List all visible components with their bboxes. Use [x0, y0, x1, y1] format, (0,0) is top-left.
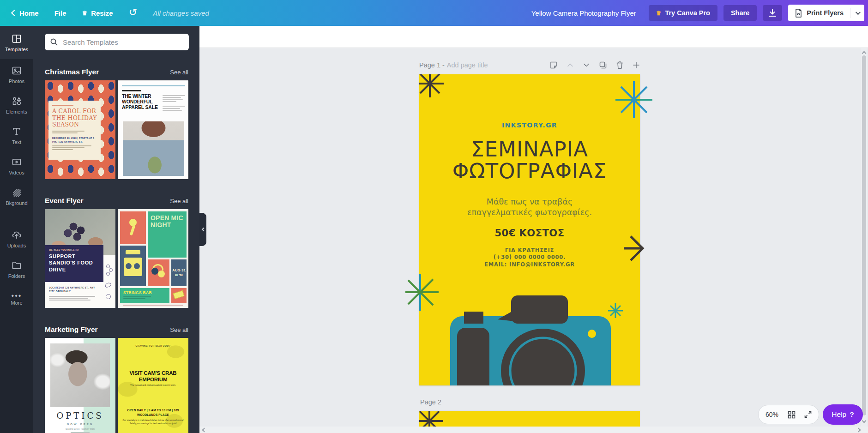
sidebar-item-text[interactable]: Text — [0, 120, 33, 150]
canva-editor: Home File ♛ Resize ↺ All changes saved Y… — [0, 0, 868, 433]
thumb-kicker: CRAVING FOR SEAFOOD? — [118, 344, 188, 347]
thumbnail-row: OPTICS NOW OPEN Second Level, Fashion Wa… — [45, 338, 188, 433]
thumbnail-row: WE NEED VOLUNTEERS! SUPPORT SANDIO'S FOO… — [45, 209, 188, 308]
thumb-title: A CAROL FOR THE HOLIDAY SEASON — [52, 108, 97, 128]
thumb-date: AUG 31 8PM — [171, 259, 187, 286]
panel-collapse-handle[interactable] — [199, 213, 206, 246]
sidebar-item-more[interactable]: ••• More — [0, 284, 33, 315]
scroll-up-arrow[interactable] — [862, 51, 867, 56]
tile-ticket — [171, 288, 187, 303]
sidebar-item-photos[interactable]: Photos — [0, 59, 33, 90]
move-page-up-icon[interactable] — [567, 61, 574, 69]
rail-label: Bkground — [6, 200, 27, 206]
thumb-photo — [123, 121, 184, 176]
folder-icon — [11, 260, 22, 271]
thumb-title: OPTICS — [45, 411, 115, 421]
text-icon — [11, 126, 22, 137]
sidebar-item-uploads[interactable]: Uploads — [0, 223, 33, 254]
rail-label: Uploads — [7, 243, 26, 248]
crown-icon: ♛ — [656, 10, 662, 16]
search-icon — [50, 38, 58, 46]
fullscreen-icon[interactable] — [804, 411, 812, 418]
notes-icon[interactable] — [549, 61, 558, 69]
camera-illustration — [450, 295, 611, 385]
thumb-photo — [50, 343, 110, 407]
section-title: Event Flyer — [45, 197, 84, 205]
sidebar-item-folders[interactable]: Folders — [0, 254, 33, 284]
thumb-fineprint: Our specialty is in crab-based dishes bu… — [122, 419, 184, 426]
horizontal-scrollbar[interactable] — [199, 427, 868, 433]
sidebar-item-videos[interactable]: Videos — [0, 150, 33, 181]
videos-icon — [11, 156, 22, 168]
move-page-down-icon[interactable] — [583, 61, 590, 69]
rail-label: Elements — [6, 109, 27, 114]
rail-label: Templates — [5, 47, 28, 52]
scroll-down-arrow[interactable] — [862, 419, 867, 423]
share-button[interactable]: Share — [723, 5, 757, 21]
thumb-title: SUPPORT SANDIO'S FOOD DRIVE — [49, 253, 99, 273]
sidebar-item-background[interactable]: Bkground — [0, 181, 33, 211]
scroll-left-arrow[interactable] — [202, 428, 207, 433]
undo-button[interactable]: ↺ — [129, 8, 137, 18]
see-all-link[interactable]: See all — [170, 69, 188, 76]
search-box[interactable] — [45, 34, 189, 50]
scroll-right-arrow[interactable] — [856, 428, 861, 433]
design-page-1[interactable]: INKSTORY.GR ΣΕΜΙΝΑΡΙΑ ΦΩΤΟΓΡΑΦΙΑΣ Μάθε π… — [419, 74, 640, 385]
thumb-title: VISIT CAM'S CRAB EMPORIUM — [125, 370, 181, 383]
file-menu[interactable]: File — [54, 9, 66, 17]
template-thumb-open-mic[interactable]: OPEN MIC NIGHT AUG 31 8PM STRINGS BAR — [118, 209, 188, 308]
resize-button[interactable]: ♛ Resize — [82, 9, 113, 17]
vertical-scrollbar[interactable] — [861, 48, 867, 433]
help-question-mark: ? — [850, 410, 854, 419]
background-icon — [11, 187, 22, 198]
template-thumb-crab[interactable]: CRAVING FOR SEAFOOD? VISIT CAM'S CRAB EM… — [118, 338, 188, 433]
help-label: Help — [832, 410, 846, 419]
duplicate-page-icon[interactable] — [599, 61, 607, 69]
section-header-christmas: Christmas Flyer See all — [45, 68, 188, 76]
share-label: Share — [731, 9, 749, 17]
try-canva-pro-button[interactable]: ♛ Try Canva Pro — [649, 5, 717, 21]
back-chevron-icon — [11, 10, 18, 16]
search-input[interactable] — [62, 38, 177, 47]
home-button[interactable]: Home — [12, 9, 39, 17]
add-page-icon[interactable] — [633, 61, 640, 69]
template-thumb-optics[interactable]: OPTICS NOW OPEN Second Level, Fashion Wa… — [45, 338, 115, 433]
thumb-subtitle: The newest and coolest seafood resto in … — [123, 384, 183, 386]
rail-label: Photos — [9, 78, 24, 84]
print-options-caret[interactable] — [850, 11, 864, 15]
see-all-link[interactable]: See all — [170, 198, 188, 204]
grid-view-icon[interactable] — [788, 411, 796, 419]
sidebar-item-elements[interactable]: Elements — [0, 90, 33, 120]
section-header-event: Event Flyer See all — [45, 197, 188, 205]
see-all-link[interactable]: See all — [170, 326, 188, 333]
more-dots-icon: ••• — [12, 294, 22, 298]
sidebar-item-templates[interactable]: Templates — [0, 26, 33, 59]
rail-label: More — [11, 300, 22, 306]
thumb-detail: Second Level, Fashion Walk — [45, 427, 115, 430]
flyer-subtitle: Μάθε πως να τραβάς επαγγελματικές φωτογρ… — [419, 197, 640, 218]
vertical-scrollbar-thumb[interactable] — [862, 55, 866, 415]
help-button[interactable]: Help ? — [823, 404, 863, 425]
thumb-address: LOCATED AT 123 ANYWHERE ST., ANY CITY. O… — [49, 286, 95, 293]
canvas-area[interactable]: Page 1 - Add page title — [199, 48, 868, 433]
download-button[interactable] — [763, 5, 782, 21]
rail-label: Text — [12, 139, 21, 145]
page-title-input[interactable]: Add page title — [447, 61, 488, 69]
thumb-kicker: WE NEED VOLUNTEERS! — [49, 249, 99, 251]
zoom-level[interactable]: 60% — [766, 411, 778, 418]
thumb-inner-card: A CAROL FOR THE HOLIDAY SEASON DECEMBER … — [48, 101, 101, 160]
tile-boombox — [120, 246, 146, 286]
photos-icon — [11, 65, 22, 76]
template-thumb-food-drive[interactable]: WE NEED VOLUNTEERS! SUPPORT SANDIO'S FOO… — [45, 209, 115, 308]
template-thumb-carol[interactable]: A CAROL FOR THE HOLIDAY SEASON DECEMBER … — [45, 80, 115, 179]
resize-label: Resize — [91, 9, 113, 17]
template-thumb-winter[interactable]: THE WINTER WONDERFUL APPAREL SALE — [118, 80, 188, 179]
starburst-icon — [608, 303, 623, 318]
thumb-hours: OPEN DAILY | 9 AM TO 10 PM | 165 WOODLAN… — [122, 408, 184, 417]
thumb-title: THE WINTER WONDERFUL APPAREL SALE — [122, 94, 160, 110]
print-flyers-button[interactable]: Print Flyers — [788, 5, 864, 21]
delete-page-icon[interactable] — [616, 61, 624, 69]
document-title[interactable]: Yellow Camera Photography Flyer — [531, 9, 636, 17]
elements-icon — [11, 96, 22, 107]
tile-headphones — [148, 259, 169, 286]
